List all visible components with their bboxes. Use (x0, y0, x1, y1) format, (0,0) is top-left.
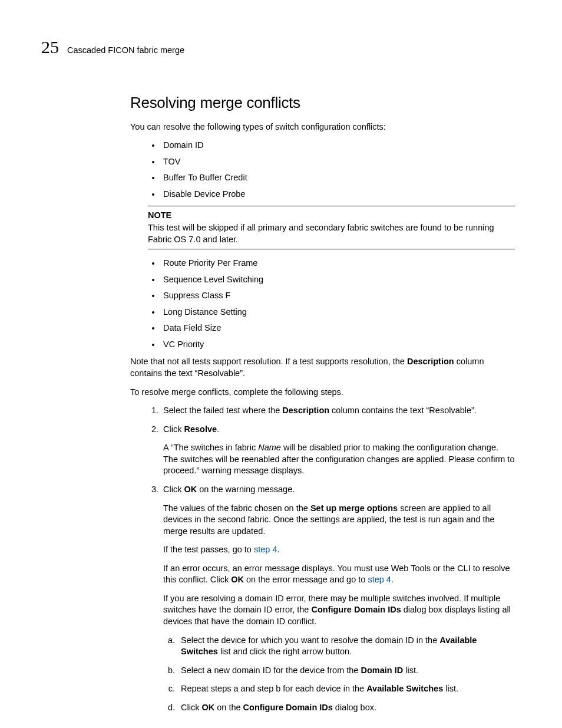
lead-paragraph: To resolve merge conflicts, complete the… (130, 387, 515, 398)
list-item: Long Distance Setting (161, 307, 515, 318)
chapter-title: Cascaded FICON fabric merge (67, 45, 184, 57)
bold-text: Resolve (184, 424, 217, 434)
text: list. (443, 684, 458, 693)
step-item: Click Resolve. A “The switches in fabric… (161, 424, 515, 477)
text: list. (403, 666, 418, 675)
bold-text: OK (201, 703, 214, 712)
text: on the warning message. (197, 485, 295, 494)
text: column contains the text “Resolvable”. (329, 406, 477, 415)
list-item: TOV (161, 156, 515, 168)
text: Note that not all tests support resoluti… (130, 357, 407, 366)
page-content: Resolving merge conflicts You can resolv… (130, 93, 515, 714)
note-text: This test will be skipped if all primary… (148, 222, 515, 245)
text: dialog box. (333, 703, 376, 712)
bold-text: OK (231, 575, 244, 584)
text: . (277, 545, 279, 554)
text: list and click the right arrow button. (218, 647, 352, 656)
text: Click (163, 424, 184, 434)
note-paragraph: Note that not all tests support resoluti… (130, 356, 515, 379)
text: The values of the fabric chosen on the (163, 503, 310, 513)
step-paragraph: The values of the fabric chosen on the S… (163, 503, 515, 538)
text: on the (214, 703, 243, 712)
bold-text: Description (282, 406, 329, 415)
step-paragraph: A “The switches in fabric Name will be d… (163, 442, 515, 477)
text: Click (181, 703, 201, 712)
list-item: Buffer To Buffer Credit (161, 172, 515, 184)
substep-item: Select the device for which you want to … (177, 635, 515, 658)
bold-text: Domain ID (361, 666, 403, 675)
text: If the test passes, go to (163, 545, 254, 554)
step-item: Select the failed test where the Descrip… (161, 405, 515, 417)
text: Click (163, 485, 184, 494)
bold-text: Available Switches (366, 684, 443, 693)
text: Repeat steps a and step b for each devic… (181, 684, 366, 693)
list-item: Route Priority Per Frame (161, 258, 515, 269)
italic-text: Name (258, 443, 281, 452)
step-item: Click OK on the warning message. The val… (161, 484, 515, 713)
bold-text: Configure Domain IDs (311, 605, 401, 614)
bold-text: Set up merge options (310, 503, 398, 513)
text: Select the failed test where the (163, 406, 282, 415)
section-heading: Resolving merge conflicts (130, 93, 515, 113)
list-item: Sequence Level Switching (161, 274, 515, 286)
text: A “The switches in fabric (163, 443, 258, 452)
list-item: Domain ID (161, 140, 515, 151)
list-item: VC Priority (161, 339, 515, 351)
note-heading: NOTE (148, 210, 515, 222)
page-header: 25 Cascaded FICON fabric merge (41, 35, 521, 60)
step-paragraph: If an error occurs, an error message dis… (163, 563, 515, 586)
list-item: Data Field Size (161, 322, 515, 334)
cross-ref-link[interactable]: step 4 (254, 545, 277, 554)
step-paragraph: If you are resolving a domain ID error, … (163, 593, 515, 628)
list-item: Disable Device Probe (161, 189, 515, 200)
note-block: NOTE This test will be skipped if all pr… (148, 206, 515, 249)
chapter-number: 25 (41, 35, 59, 60)
substep-item: Click OK on the Configure Domain IDs dia… (177, 702, 515, 714)
bold-text: Configure Domain IDs (243, 703, 333, 712)
text: on the error message and go to (244, 575, 368, 584)
conflict-list-b: Route Priority Per Frame Sequence Level … (130, 258, 515, 350)
substep-item: Select a new domain ID for the device fr… (177, 665, 515, 677)
list-item: Suppress Class F (161, 290, 515, 302)
text: . (217, 424, 219, 434)
bold-text: OK (184, 485, 197, 494)
bold-text: Description (407, 357, 454, 366)
steps-list: Select the failed test where the Descrip… (130, 405, 515, 713)
intro-text: You can resolve the following types of s… (130, 121, 515, 133)
step-paragraph: If the test passes, go to step 4. (163, 544, 515, 556)
conflict-list-a: Domain ID TOV Buffer To Buffer Credit Di… (130, 140, 515, 200)
text: Select the device for which you want to … (181, 635, 439, 645)
substep-item: Repeat steps a and step b for each devic… (177, 683, 515, 695)
substeps-list: Select the device for which you want to … (163, 635, 515, 714)
text: . (391, 575, 394, 584)
text: Select a new domain ID for the device fr… (181, 666, 361, 675)
cross-ref-link[interactable]: step 4 (368, 575, 391, 584)
